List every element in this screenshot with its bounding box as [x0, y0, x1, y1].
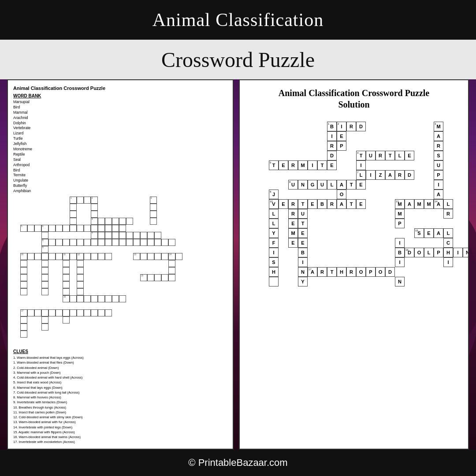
clue-15a: 15. Aquatic mammal with flippers (Across…: [13, 430, 227, 435]
clue-2d: 2. Cold-blooded animal (Down): [13, 365, 227, 370]
clue-6d: 6. Mammal that lays eggs (Down): [13, 385, 227, 390]
solution-title: Animal Classification Crossword Puzzle S…: [279, 87, 429, 110]
clue-14d: 14. Invertebrate with jointed legs (Down…: [13, 425, 227, 430]
solution-grid: .sc { position: absolute; width: 22px; h…: [247, 117, 461, 442]
clue-3d: 3. Mammal with a pouch (Down): [13, 370, 227, 375]
main-title: Animal Classification: [152, 9, 324, 30]
header-bar: Animal Classification: [0, 0, 476, 40]
clue-17a: 17. Invertebrate with exoskeleton (Acros…: [13, 439, 227, 444]
clue-12d: 12. Cold-blooded animal with slimy skin …: [13, 415, 227, 420]
word-bank: MarsupialBirdMammalArachnidDolphinVerteb…: [13, 100, 227, 194]
word-bank-label: WORD BANK: [13, 93, 227, 98]
clue-1a: 1. Warm-blooded animal that lays eggs (A…: [13, 355, 227, 360]
clue-13a: 13. Warm-blooded animal with fur (Across…: [13, 420, 227, 424]
clue-11d: 11. Insect that carries pollen (Down): [13, 410, 227, 415]
clues-section: CLUES 1. Warm-blooded animal that lays e…: [13, 349, 227, 445]
clue-1d: 1. Warm-blooded animal that flies (Down): [13, 360, 227, 365]
content-area: Animal Classification Crossword Puzzle W…: [7, 79, 469, 450]
clue-7a: 7. Cold-blooded animal with long tail (A…: [13, 390, 227, 395]
subtitle: Crossword Puzzle: [161, 48, 315, 72]
clue-9d: 9. Invertebrate with tentacles (Down): [13, 400, 227, 405]
blank-crossword-grid: .pc { position:absolute; width:16px; hei…: [13, 197, 227, 346]
left-panel-title: Animal Classification Crossword Puzzle: [13, 86, 227, 91]
footer-bar: © PrintableBazaar.com: [0, 450, 476, 476]
subtitle-bar: Crossword Puzzle: [0, 40, 476, 79]
clue-10a: 10. Breathes through lungs (Across): [13, 405, 227, 410]
left-panel: Animal Classification Crossword Puzzle W…: [7, 79, 234, 450]
right-panel: Animal Classification Crossword Puzzle S…: [239, 79, 469, 450]
clue-4a: 4. Cold-blooded animal with hard shell (…: [13, 375, 227, 380]
clue-16a: 16. Warm-blooded animal that swims (Acro…: [13, 435, 227, 439]
copyright: © PrintableBazaar.com: [188, 457, 287, 469]
clue-5a: 5. Insect that eats wood (Across): [13, 380, 227, 385]
clues-label: CLUES: [13, 349, 227, 354]
clue-8a: 8. Mammal with hooves (Across): [13, 395, 227, 400]
